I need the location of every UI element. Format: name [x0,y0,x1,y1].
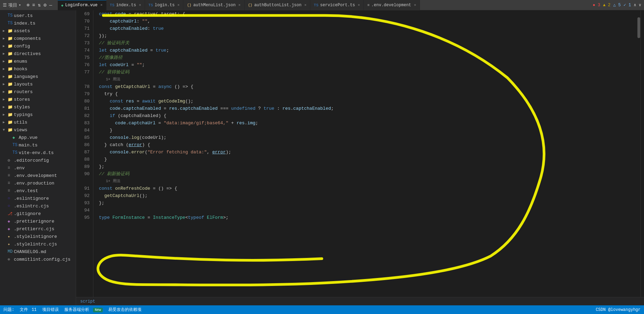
code-editor[interactable]: 69 70 71 72 73 74 75 76 77 78 79 80 81 8… [76,10,644,297]
success-count[interactable]: ✓ 1 [624,2,631,8]
tab-login-ts-label: login.ts [155,3,175,8]
file-editorconfig[interactable]: ⚙ .editorconfig [0,156,76,164]
code-content[interactable]: const code = reactive( target: { captcha… [93,10,637,221]
server-analysis-label[interactable]: 服务器端分析 New [64,307,103,313]
folder-enums[interactable]: ▶ 📁 enums [0,57,76,65]
file-main-ts[interactable]: TS main.ts [0,141,76,149]
file-env-test[interactable]: ≡ .env.test [0,187,76,195]
tab-loginform[interactable]: ◆ LoginForm.vue × [58,0,107,10]
file-prettierrc[interactable]: ◈ .prettierrc.cjs [0,225,76,233]
file-vite-env[interactable]: TS vite-env.d.ts [0,149,76,156]
folder-routers[interactable]: ▶ 📁 routers [0,88,76,96]
folder-components[interactable]: ▶ 📁 components [0,35,76,42]
tab-authmenu[interactable]: {} authMenuList.json × [183,0,244,10]
info-count[interactable]: △ 5 [613,2,621,8]
folder-views[interactable]: ▼ 📁 views [0,126,76,134]
file-env-development[interactable]: ≡ .env.development [0,172,76,179]
config-icon: ⚙ [8,158,14,163]
tab-authmenu-close[interactable]: × [238,3,241,7]
warning-count[interactable]: ▲ 2 [603,3,610,8]
folder-icon: 📁 [8,66,14,72]
vue-file-icon: ◆ [61,3,64,8]
file-user-ts[interactable]: TS user.ts [0,12,76,19]
folder-icon: 📁 [8,44,14,49]
folder-typings[interactable]: ▶ 📁 typings [0,111,76,118]
tab-authbutton-close[interactable]: × [304,3,307,7]
folder-layouts[interactable]: ▶ 📁 layouts [0,80,76,88]
tab-env-dev[interactable]: ≡ .env.development × [364,0,420,10]
folder-directives[interactable]: ▶ 📁 directives [0,50,76,57]
collapse-icon[interactable]: ≡ [32,2,35,8]
code-line-88: } [99,156,637,163]
editor-scrollbar-thumb[interactable] [637,17,640,38]
folder-hooks[interactable]: ▶ 📁 hooks [0,65,76,73]
sort-icon[interactable]: ⇅ [38,2,40,8]
editor-scrollbar[interactable] [637,10,641,297]
folder-icon: 📁 [8,82,14,87]
tab-serviceport[interactable]: TS servicePort.ts × [310,0,364,10]
json-file-icon-2: {} [248,3,252,7]
ts-file-icon-1: TS [110,3,114,7]
folder-config[interactable]: ▶ 📁 config [0,42,76,50]
folder-languages[interactable]: ▶ 📁 languages [0,73,76,80]
eslint-icon: ○ [8,196,14,201]
folder-stores[interactable]: ▶ 📁 stores [0,96,76,103]
folder-icon: 📁 [8,127,14,133]
code-line-70: captchaUrl: "", [99,18,637,25]
tab-index-ts[interactable]: TS index.ts × [107,0,145,10]
code-line-86: } catch (error) { [99,141,637,149]
tab-env-dev-close[interactable]: × [414,3,416,7]
code-line-usage1: 1+ 用法 [99,76,637,83]
folder-icon: 📁 [8,89,14,95]
settings-icon[interactable]: ⚙ [44,2,46,8]
file-gitignore[interactable]: ⎇ .gitignore [0,210,76,217]
tab-serviceport-close[interactable]: × [358,3,360,7]
line-numbers: 69 70 71 72 73 74 75 76 77 78 79 80 81 8… [76,10,93,297]
folder-styles[interactable]: ▶ 📁 styles [0,103,76,111]
file-changelog[interactable]: MD CHANGELOG.md [0,248,76,255]
file-stylelintignore[interactable]: ✦ .stylelintignore [0,233,76,240]
file-stylelintrc[interactable]: ✦ .stylelintrc.cjs [0,240,76,248]
tab-loginform-label: LoginForm.vue [65,3,98,8]
problems-label[interactable]: 问题: [3,307,14,313]
tab-login-ts-close[interactable]: × [177,3,180,7]
code-line-75: //图像路径 [99,54,637,61]
tab-index-ts-close[interactable]: × [139,3,141,7]
status-bar-right: CSDN @lovewangyhgr [596,307,641,312]
new-file-icon[interactable]: ⊕ [27,2,29,8]
project-dropdown-icon[interactable]: ▾ [19,3,21,7]
code-line-84: } [99,127,637,134]
project-label[interactable]: 项目 [8,2,17,8]
project-label-group: ☰ 项目 ▾ [3,2,21,8]
code-line-usage2: 1+ 用法 [99,178,637,185]
minimize-icon[interactable]: — [49,2,52,8]
file-explorer: TS user.ts TS index.ts ▶ 📁 assets ▶ 📁 co… [0,10,76,305]
minimap[interactable] [641,10,644,297]
file-env-production[interactable]: ≡ .env.production [0,179,76,187]
file-eslintignore[interactable]: ○ .eslintignore [0,195,76,202]
folder-assets[interactable]: ▶ 📁 assets [0,27,76,35]
error-count[interactable]: ● 3 [593,3,600,8]
files-count: 11 [31,307,36,312]
chevron-right-icon: ▶ [3,67,8,71]
file-env[interactable]: ≡ .env [0,164,76,172]
file-eslintrc[interactable]: ○ .eslintrc.cjs [0,202,76,210]
folder-utils[interactable]: ▶ 📁 utils [0,118,76,126]
tab-authbutton[interactable]: {} authButtonList.json × [245,0,311,10]
ts-file-icon-2: TS [148,3,153,7]
files-label[interactable]: 文件 11 [20,307,37,313]
nav-arrows[interactable]: ∧ ∨ [634,2,641,8]
csdn-label: CSDN @lovewangyhgr [596,307,641,312]
tab-login-ts[interactable]: TS login.ts × [145,0,183,10]
ts-icon: TS [8,13,14,18]
file-index-ts[interactable]: TS index.ts [0,19,76,27]
file-app-vue[interactable]: ◆ App.vue [0,134,76,141]
editor-area: 69 70 71 72 73 74 75 76 77 78 79 80 81 8… [76,10,644,305]
file-prettierignore[interactable]: ◈ .prettierignore [0,217,76,225]
project-errors-label[interactable]: 项目错误 [42,307,59,313]
code-line-72: }); [99,32,637,39]
code-content-wrapper[interactable]: const code = reactive( target: { captcha… [93,10,637,297]
vulnerable-deps-label[interactable]: 易受攻击的依赖项 [108,307,141,313]
file-commitlint[interactable]: ⊕ commitlint.config.cjs [0,255,76,263]
tab-loginform-close[interactable]: × [100,3,103,7]
